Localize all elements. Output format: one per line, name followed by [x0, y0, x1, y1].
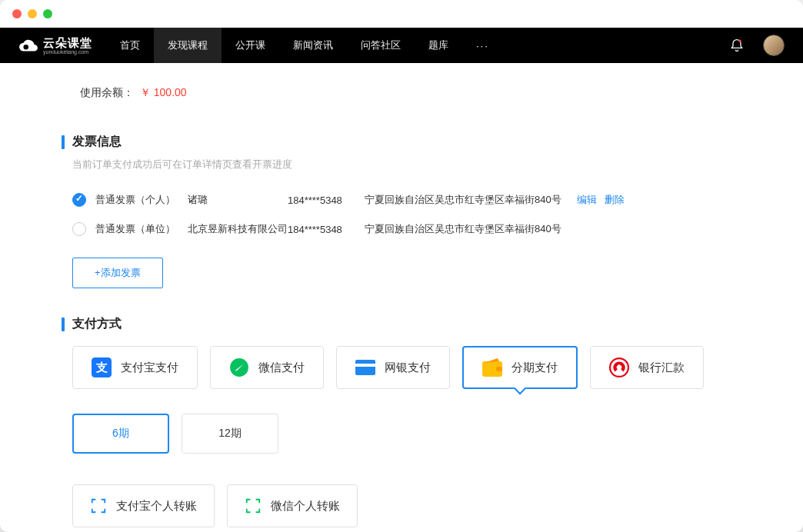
invoice-type: 普通发票（单位）	[95, 222, 188, 236]
bank-card-icon	[355, 357, 375, 377]
invoice-phone: 184****5348	[288, 195, 365, 206]
radio-unchecked-icon[interactable]	[72, 222, 86, 236]
invoice-phone: 184****5348	[288, 224, 365, 235]
minimize-window-button[interactable]	[28, 9, 37, 18]
brand-sub: yunduoketang.com	[43, 49, 92, 55]
invoice-row-company[interactable]: 普通发票（单位） 北京昱新科技有限公司 184****5348 宁夏回族自治区吴…	[62, 214, 741, 244]
nav-qa[interactable]: 问答社区	[347, 28, 415, 63]
transfer-options: 支付宝个人转账 微信个人转账	[72, 484, 741, 527]
nav-news[interactable]: 新闻资讯	[279, 28, 347, 63]
nav-discover[interactable]: 发现课程	[154, 28, 222, 63]
invoice-type: 普通发票（个人）	[95, 193, 188, 207]
invoice-address: 宁夏回族自治区吴忠市红寺堡区幸福街840号	[365, 222, 561, 236]
cloud-icon	[18, 35, 38, 55]
radio-checked-icon[interactable]	[72, 193, 86, 207]
bell-icon[interactable]	[729, 38, 745, 53]
maximize-window-button[interactable]	[43, 9, 52, 18]
svg-point-1	[739, 40, 741, 42]
svg-point-0	[24, 45, 29, 49]
balance-amount: ￥ 100.00	[140, 86, 187, 98]
pay-installment[interactable]: 分期支付	[462, 346, 578, 389]
svg-rect-6	[355, 364, 375, 367]
balance-label: 使用余额：	[80, 86, 134, 98]
transfer-alipay[interactable]: 支付宝个人转账	[72, 484, 215, 527]
user-avatar[interactable]	[763, 35, 785, 56]
installment-6[interactable]: 6期	[72, 414, 169, 454]
alipay-icon: 支	[92, 357, 112, 377]
nav-question-bank[interactable]: 题库	[415, 28, 462, 63]
invoice-name: 北京昱新科技有限公司	[188, 222, 288, 236]
svg-text:支: 支	[95, 361, 108, 374]
pay-bank-transfer[interactable]: 银行汇款	[590, 346, 704, 389]
nav-items: 首页 发现课程 公开课 新闻资讯 问答社区 题库 ···	[106, 28, 503, 63]
payment-methods-row: 支 支付宝支付 微信支付 网银支付 分期支付	[72, 346, 741, 389]
installment-options: 6期 12期	[72, 414, 741, 454]
invoice-name: 诸璐	[188, 193, 288, 207]
invoice-section-title: 发票信息	[62, 134, 741, 150]
nav-home[interactable]: 首页	[106, 28, 154, 63]
pay-netbank[interactable]: 网银支付	[336, 346, 450, 389]
content: 使用余额： ￥ 100.00 发票信息 当前订单支付成功后可在订单详情页查看开票…	[0, 63, 803, 532]
wechat-icon	[229, 357, 249, 377]
svg-rect-8	[496, 367, 502, 371]
pay-wechat[interactable]: 微信支付	[210, 346, 324, 389]
brand-logo[interactable]: 云朵课堂 yunduoketang.com	[18, 35, 92, 55]
invoice-section-subtitle: 当前订单支付成功后可在订单详情页查看开票进度	[72, 158, 741, 171]
wallet-icon	[482, 357, 502, 377]
add-invoice-button[interactable]: +添加发票	[72, 258, 163, 288]
invoice-address: 宁夏回族自治区吴忠市红寺堡区幸福街840号	[365, 193, 561, 207]
transfer-wechat[interactable]: 微信个人转账	[227, 484, 358, 527]
nav-more[interactable]: ···	[462, 40, 503, 52]
edit-invoice-link[interactable]: 编辑	[577, 193, 597, 207]
scan-icon	[90, 497, 107, 514]
installment-12[interactable]: 12期	[182, 414, 278, 454]
balance-row: 使用余额： ￥ 100.00	[62, 63, 741, 114]
invoice-row-personal[interactable]: 普通发票（个人） 诸璐 184****5348 宁夏回族自治区吴忠市红寺堡区幸福…	[62, 185, 741, 214]
top-nav: 云朵课堂 yunduoketang.com 首页 发现课程 公开课 新闻资讯 问…	[0, 28, 803, 63]
nav-open-class[interactable]: 公开课	[222, 28, 279, 63]
delete-invoice-link[interactable]: 删除	[605, 193, 625, 207]
app-window: 云朵课堂 yunduoketang.com 首页 发现课程 公开课 新闻资讯 问…	[0, 0, 803, 532]
bank-icon	[609, 357, 629, 377]
scan-icon	[245, 497, 262, 514]
payment-section-title: 支付方式	[62, 316, 741, 332]
svg-rect-5	[355, 360, 375, 375]
close-window-button[interactable]	[12, 9, 22, 18]
titlebar	[0, 0, 803, 28]
pay-alipay[interactable]: 支 支付宝支付	[72, 346, 198, 389]
svg-point-9	[610, 358, 628, 377]
